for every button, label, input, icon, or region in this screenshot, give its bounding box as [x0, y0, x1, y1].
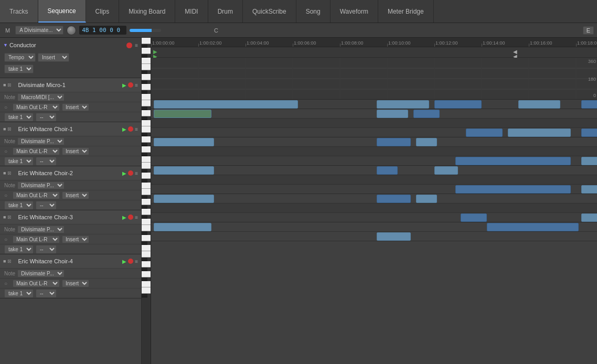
choir-1-play-icon[interactable]: ▶ [122, 126, 126, 132]
clip-dm1-7[interactable] [377, 110, 408, 118]
clip-c3-4[interactable] [377, 195, 411, 203]
note-device-select-4[interactable]: Divisimate P... [17, 270, 65, 277]
tab-drum[interactable]: Drum [208, 0, 243, 23]
divisimate-micro-1-lane-1[interactable] [151, 100, 597, 109]
out-select-1[interactable]: Main Out L-R [13, 147, 60, 155]
tab-clips[interactable]: Clips [86, 0, 120, 23]
choir-2-header[interactable]: ■ ⊠ Eric Whitacre Choir-2 ▶ ≡ [0, 166, 141, 180]
tab-quickscribe[interactable]: QuickScribe [243, 0, 296, 23]
choir-3-play-icon[interactable]: ▶ [122, 215, 126, 220]
choir-2-expand-icon[interactable]: ■ [3, 170, 6, 176]
clip-c3-1[interactable] [455, 185, 571, 194]
conductor-take-select[interactable]: take 1 [4, 65, 34, 73]
choir-4-lane-1[interactable] [151, 213, 597, 222]
out-select-3[interactable]: Main Out L-R [13, 235, 60, 243]
choir-1-rec-button[interactable] [128, 126, 133, 132]
clip-c2-5[interactable] [377, 166, 398, 175]
clip-c1-6[interactable] [377, 138, 411, 146]
clip-c1-5[interactable] [154, 138, 214, 146]
out-select-0[interactable]: Main Out L-R [13, 103, 60, 111]
out-select-4[interactable]: Main Out L-R [13, 280, 60, 287]
choir-4-header[interactable]: ■ ⊠ Eric Whitacre Choir-4 ▶ ≡ [0, 254, 141, 268]
take-val-select-1[interactable]: -- [36, 157, 57, 166]
playhead-bar[interactable]: ▶ ▶ ◀ ◀ [151, 47, 597, 58]
choir-1-expand-icon[interactable]: ■ [3, 126, 6, 132]
clip-dm1-6[interactable] [154, 110, 211, 118]
clip-c1-2[interactable] [508, 129, 571, 137]
choir-2-lane-1[interactable] [151, 156, 597, 166]
clip-c2-6[interactable] [434, 166, 458, 175]
choir-4-play-icon[interactable]: ▶ [122, 259, 126, 264]
conductor-header[interactable]: ▼ Conductor ≡ [0, 39, 141, 51]
out-mode-select-3[interactable]: Insert [62, 235, 89, 243]
clip-c1-3[interactable] [581, 129, 597, 137]
take-select-1[interactable]: take 1 [4, 157, 34, 166]
tab-waveform[interactable]: Waveform [331, 0, 378, 23]
out-mode-select-2[interactable]: Insert [62, 191, 89, 199]
take-val-select-4[interactable]: -- [36, 289, 57, 298]
clip-c1-1[interactable] [466, 129, 503, 137]
clip-dm1-5[interactable] [581, 100, 597, 109]
clip-dm1-4[interactable] [518, 100, 560, 109]
clip-c4-6[interactable] [377, 232, 411, 241]
take-select-0[interactable]: take 1 [4, 113, 34, 122]
choir-3-menu-icon[interactable]: ≡ [135, 215, 138, 220]
clip-c1-7[interactable] [416, 138, 437, 146]
clip-dm1-8[interactable] [413, 110, 440, 118]
conductor-expand-icon[interactable]: ▼ [3, 42, 8, 48]
conductor-rec-button[interactable] [126, 42, 132, 48]
clip-c2-4[interactable] [154, 166, 214, 175]
take-select-3[interactable]: take 1 [4, 245, 34, 254]
choir-3-expand-icon[interactable]: ■ [3, 215, 6, 220]
note-device-select-3[interactable]: Divisimate P... [17, 226, 65, 233]
choir-1-lane-2[interactable] [151, 137, 597, 147]
divisimate-micro-1-expand-icon[interactable]: ■ [3, 82, 6, 88]
choir-1-menu-icon[interactable]: ≡ [135, 126, 138, 132]
choir-3-lane-2[interactable] [151, 194, 597, 204]
volume-fader[interactable] [130, 29, 161, 32]
divisimate-micro-1-header[interactable]: ■ ⊠ Divisimate Micro-1 ▶ ≡ [0, 78, 141, 92]
clip-c4-1[interactable] [461, 213, 487, 222]
note-device-select-0[interactable]: MacroMIDI [... [17, 93, 65, 101]
take-val-select-2[interactable]: -- [36, 201, 57, 210]
track-selector[interactable]: A Divisimate... [15, 26, 63, 35]
choir-2-rec-button[interactable] [128, 170, 133, 176]
choir-3-header[interactable]: ■ ⊠ Eric Whitacre Choir-3 ▶ ≡ [0, 210, 141, 224]
divisimate-micro-1-lane-2[interactable] [151, 109, 597, 119]
out-mode-select-0[interactable]: Insert [62, 103, 89, 111]
choir-2-lane-2[interactable] [151, 166, 597, 175]
choir-4-menu-icon[interactable]: ≡ [135, 259, 138, 264]
tab-tracks[interactable]: Tracks [0, 0, 38, 23]
tab-song[interactable]: Song [296, 0, 331, 23]
take-val-select-3[interactable]: -- [36, 245, 57, 254]
conductor-menu-icon[interactable]: ≡ [135, 42, 138, 48]
clip-c4-2[interactable] [581, 213, 597, 222]
tab-midi[interactable]: MIDI [175, 0, 208, 23]
take-select-4[interactable]: take 1 [4, 289, 34, 298]
note-device-select-2[interactable]: Divisimate P... [17, 181, 65, 189]
choir-2-play-icon[interactable]: ▶ [122, 170, 126, 176]
divisimate-micro-1-menu-icon[interactable]: ≡ [135, 82, 138, 88]
note-device-select-1[interactable]: Divisimate P... [17, 137, 65, 145]
take-select-2[interactable]: take 1 [4, 201, 34, 210]
e-button[interactable]: E [583, 26, 594, 35]
choir-1-header[interactable]: ■ ⊠ Eric Whitacre Choir-1 ▶ ≡ [0, 122, 141, 136]
tempo-mode-select[interactable]: Insert [38, 53, 69, 62]
choir-4-lane-3[interactable] [151, 232, 597, 241]
choir-4-expand-icon[interactable]: ■ [3, 259, 6, 264]
tempo-select[interactable]: Tempo [4, 53, 36, 62]
choir-4-rec-button[interactable] [128, 259, 133, 264]
clip-dm1-1[interactable] [154, 100, 298, 109]
take-val-select-0[interactable]: -- [36, 113, 57, 122]
clip-c2-2[interactable] [581, 157, 597, 165]
transport-knob[interactable] [67, 26, 76, 35]
choir-3-rec-button[interactable] [128, 215, 133, 220]
clip-c4-5[interactable] [487, 223, 579, 231]
clip-c3-3[interactable] [154, 195, 214, 203]
choir-1-lane-1[interactable] [151, 128, 597, 137]
out-select-2[interactable]: Main Out L-R [13, 191, 60, 199]
divisimate-micro-1-rec-button[interactable] [128, 82, 133, 88]
choir-3-lane-1[interactable] [151, 185, 597, 194]
tab-sequence[interactable]: Sequence [38, 0, 86, 23]
choir-2-menu-icon[interactable]: ≡ [135, 170, 138, 176]
